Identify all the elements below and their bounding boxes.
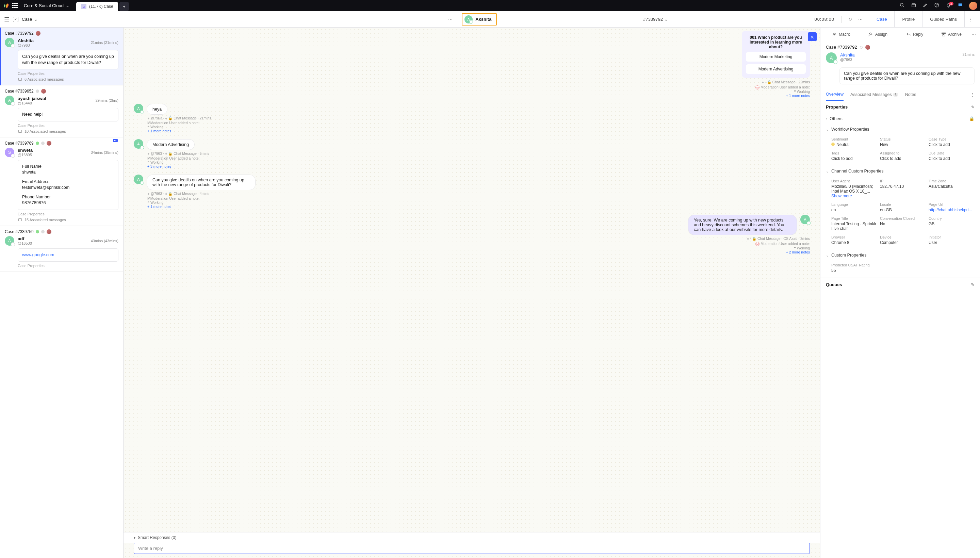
message-row: Yes, sure. We are coming up with new pro… xyxy=(134,215,810,235)
property[interactable]: CountryGB xyxy=(929,217,975,231)
case-details-panel: Macro Assign Reply Archive ⋯ Case #73397… xyxy=(820,28,980,558)
workflow-section[interactable]: ⌄ Workflow Properties xyxy=(821,124,980,135)
more-notes-link[interactable]: + 1 more notes xyxy=(147,205,810,208)
menu-icon[interactable]: ☰ xyxy=(4,16,10,23)
r-message-preview: Can you give deatils on when are you com… xyxy=(839,67,975,84)
help-icon[interactable] xyxy=(931,3,942,9)
archive-button[interactable]: Archive xyxy=(934,30,969,39)
moderation-note: MModeration User added a note: xyxy=(147,121,810,125)
case-properties-link[interactable]: Case Properties xyxy=(18,123,118,128)
notifications-icon[interactable]: 2 xyxy=(942,3,954,9)
property[interactable]: Languageen xyxy=(831,202,877,212)
property[interactable]: StatusNew xyxy=(880,137,926,147)
tab-profile[interactable]: Profile xyxy=(895,11,923,27)
property[interactable]: IP182.76.47.10 xyxy=(880,179,926,199)
case-list-item[interactable]: Case #7339792 A Akshita @7963 21mins (21… xyxy=(0,28,123,85)
macro-button[interactable]: Macro xyxy=(824,30,859,39)
actions-more-icon[interactable]: ⋯ xyxy=(971,30,977,39)
workspace-dropdown[interactable]: Core & Social Cloud ⌄ xyxy=(24,3,69,8)
r-case-number: Case #7339792 xyxy=(826,44,857,50)
case-list-item[interactable]: Case #7339769 ↩ S shweta @16895 34mins (… xyxy=(0,138,123,226)
conversation-scroll[interactable]: 001 Which product are you interested in … xyxy=(123,28,820,532)
property[interactable]: Page TitleInternal Testing - Sprinklr Li… xyxy=(831,217,877,231)
edit-icon[interactable]: ✎ xyxy=(971,282,975,287)
reply-input[interactable] xyxy=(138,546,806,551)
message-row: A Can you give deatils on when are you c… xyxy=(134,174,810,190)
scroll-up-button[interactable] xyxy=(808,32,817,41)
prompt-option[interactable]: Modern Advertising xyxy=(746,64,806,74)
user-avatar[interactable] xyxy=(969,2,977,10)
edit-icon[interactable] xyxy=(919,3,931,9)
tab-associated[interactable]: Associated Messages 6 xyxy=(850,89,898,100)
custom-section[interactable]: ⌄ Custom Properties xyxy=(821,250,980,260)
svg-point-5 xyxy=(937,6,937,7)
prop-label: Assigned to xyxy=(880,151,926,155)
edit-icon[interactable]: ✎ xyxy=(971,105,975,110)
others-section[interactable]: › Others 🔒 xyxy=(821,113,980,124)
associated-messages[interactable]: 15 Associated messages xyxy=(18,217,118,222)
tab-guided-paths[interactable]: Guided Paths xyxy=(923,11,965,27)
conv-more-icon[interactable]: ⋯ xyxy=(858,17,863,22)
calendar-icon[interactable] xyxy=(908,3,919,9)
property[interactable]: InitiatorUser xyxy=(929,235,975,245)
field-value: testshweta@sprinklr.com xyxy=(22,185,114,191)
property[interactable]: DeviceComputer xyxy=(880,235,926,245)
channel-section[interactable]: ⌄ Channel Custom Properties xyxy=(821,166,980,176)
reply-button[interactable]: Reply xyxy=(897,30,932,39)
property[interactable]: Case TypeClick to add xyxy=(929,137,975,147)
show-more-link[interactable]: Show more xyxy=(831,194,852,199)
property[interactable]: Conversation ClosedNo xyxy=(880,217,926,231)
property[interactable]: User AgentMozilla/5.0 (Macintosh; Intel … xyxy=(831,179,877,199)
property[interactable]: Due DateClick to add xyxy=(929,151,975,161)
case-properties-link[interactable]: Case Properties xyxy=(18,212,118,216)
svg-rect-6 xyxy=(18,78,21,80)
property[interactable]: Localeen-GB xyxy=(880,202,926,212)
associated-messages[interactable]: 10 Associated messages xyxy=(18,129,118,134)
link[interactable]: www.google.com xyxy=(22,253,54,257)
property[interactable]: Page Urlhttp://chat.abhishekpri... xyxy=(929,202,975,212)
time-label: 43mins (43mins) xyxy=(91,239,118,243)
select-all-checkbox[interactable]: ✓ xyxy=(13,17,18,22)
prop-value: Computer xyxy=(880,240,926,245)
property[interactable]: SentimentNeutral xyxy=(831,137,877,147)
prop-value[interactable]: http://chat.abhishekpri... xyxy=(929,208,975,212)
tab-case[interactable]: ☺ (11.7K) Case xyxy=(76,2,118,11)
case-number[interactable]: #7339792 xyxy=(643,17,663,22)
prompt-option[interactable]: Modern Marketing xyxy=(746,52,806,62)
chevron-down-icon[interactable]: ⌄ xyxy=(664,17,668,22)
property[interactable]: Assigned toClick to add xyxy=(880,151,926,161)
property[interactable]: BrowserChrome 8 xyxy=(831,235,877,245)
more-notes-link[interactable]: + 3 more notes xyxy=(147,164,810,168)
tab-overview[interactable]: Overview xyxy=(826,89,844,101)
assign-button[interactable]: Assign xyxy=(860,30,895,39)
more-notes-link[interactable]: + 2 more notes xyxy=(134,250,810,254)
tab-notes[interactable]: Notes xyxy=(905,89,916,100)
apps-grid-icon[interactable] xyxy=(12,3,18,9)
case-properties-link[interactable]: Case Properties xyxy=(18,71,118,75)
more-notes-link[interactable]: + 1 more notes xyxy=(134,94,810,98)
case-filter-dropdown[interactable]: Case ⌄ xyxy=(22,17,38,22)
tab-case[interactable]: Case xyxy=(869,11,895,27)
smart-responses-toggle[interactable]: ▸ Smart Responses (0) xyxy=(123,532,820,543)
case-properties-link[interactable]: Case Properties xyxy=(18,264,118,268)
chat-icon[interactable] xyxy=(954,2,966,9)
more-notes-link[interactable]: + 1 more notes xyxy=(147,129,810,133)
right-more-icon[interactable]: ⋮ xyxy=(965,17,976,22)
property[interactable]: TagsClick to add xyxy=(831,151,877,161)
add-tab-button[interactable]: + xyxy=(120,2,129,11)
refresh-icon[interactable]: ↻ xyxy=(848,17,852,22)
case-list-item[interactable]: Case #7339652 A ayush jaiswal @16440 29m… xyxy=(0,85,123,138)
search-icon[interactable] xyxy=(896,3,908,9)
customer-chip[interactable]: A Akshita xyxy=(462,13,497,26)
property[interactable]: Predicted CSAT Rating55 xyxy=(831,263,975,273)
customer-name-link[interactable]: Akshita xyxy=(840,53,855,57)
list-more-icon[interactable]: ⋯ xyxy=(448,17,453,22)
property[interactable]: Time ZoneAsia/Calcutta xyxy=(929,179,975,199)
message-row: A heya xyxy=(134,104,810,115)
case-list: Case #7339792 A Akshita @7963 21mins (21… xyxy=(0,28,123,558)
associated-messages[interactable]: 6 Associated messages xyxy=(18,77,118,82)
reply-input-container[interactable] xyxy=(134,543,810,554)
case-list-item[interactable]: Case #7339759 A adf @16530 43mins (43min… xyxy=(0,226,123,272)
workflow-props-grid: SentimentNeutralStatusNewCase TypeClick … xyxy=(821,135,980,166)
detail-more-icon[interactable]: ⋮ xyxy=(970,92,975,97)
